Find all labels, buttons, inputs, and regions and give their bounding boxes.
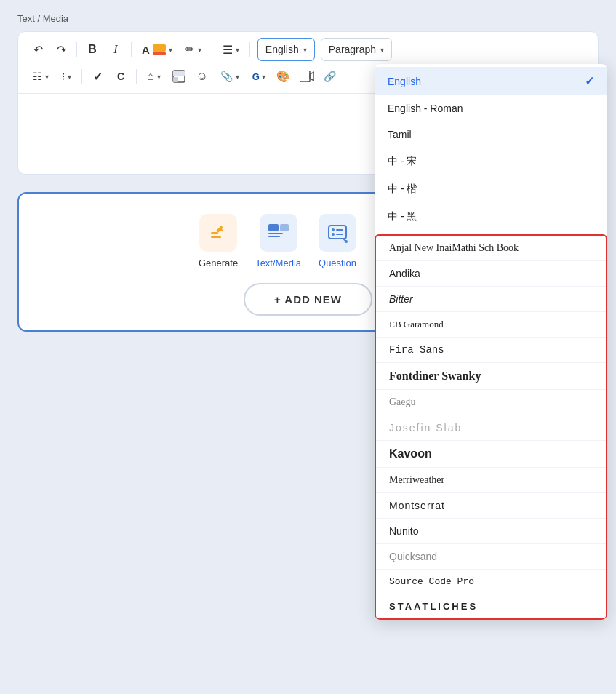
- font-source-code[interactable]: Source Code Pro: [376, 570, 606, 594]
- paragraph-chevron-icon: ▾: [380, 46, 384, 54]
- svg-rect-1: [153, 52, 166, 55]
- font-fira-sans[interactable]: Fira Sans: [376, 338, 606, 363]
- link-button[interactable]: 🔗: [319, 65, 341, 87]
- svg-point-15: [332, 228, 335, 231]
- font-quicksand[interactable]: Quicksand: [376, 544, 606, 570]
- question-icon: [327, 223, 348, 243]
- undo-icon: ↶: [33, 43, 43, 57]
- emoji-button[interactable]: ☺: [191, 65, 213, 87]
- bold-button[interactable]: B: [81, 39, 103, 60]
- font-nunito[interactable]: Nunito: [376, 519, 606, 544]
- action-text-media[interactable]: Text/Media: [255, 214, 301, 268]
- attachment-icon: 📎: [220, 71, 233, 82]
- attachment-chevron-icon: ▾: [236, 73, 239, 81]
- align-button[interactable]: ☰ ▾: [217, 39, 245, 60]
- svg-rect-13: [280, 224, 289, 231]
- lang-option-chinese-kai[interactable]: 中 - 楷: [375, 175, 607, 203]
- bold-icon: B: [88, 43, 97, 56]
- language-chevron-icon: ▾: [303, 46, 307, 54]
- svg-rect-5: [300, 71, 310, 82]
- clear-format-icon: C: [117, 71, 124, 82]
- svg-rect-8: [211, 232, 218, 234]
- checkmark-button[interactable]: ✓: [87, 65, 108, 87]
- clear-format-button[interactable]: C: [110, 65, 132, 87]
- highlight-button[interactable]: ✏ ▾: [180, 39, 207, 60]
- grammarly-icon: G: [252, 71, 259, 82]
- separator-5: [81, 69, 82, 84]
- font-anjal[interactable]: Anjal New InaiMathi Sch Book: [376, 236, 606, 261]
- video-icon: [300, 71, 314, 82]
- lang-option-english-roman[interactable]: English - Roman: [375, 95, 607, 121]
- font-bitter[interactable]: Bitter: [376, 287, 606, 312]
- undo-button[interactable]: ↶: [27, 39, 49, 60]
- generate-icon: [208, 223, 228, 243]
- language-select-button[interactable]: English ▾: [257, 38, 315, 61]
- grammarly-button[interactable]: G ▾: [247, 65, 271, 87]
- svg-rect-4: [173, 77, 178, 82]
- table-icon: ⌂: [147, 70, 154, 83]
- table-button[interactable]: ⌂ ▾: [141, 65, 167, 87]
- font-eb-garamond[interactable]: EB Garamond: [376, 312, 606, 338]
- add-new-button[interactable]: + ADD NEW: [244, 283, 372, 316]
- text-media-label: Text/Media: [255, 258, 301, 268]
- lang-chinese-song-label: 中 - 宋: [388, 155, 417, 168]
- svg-rect-7: [211, 236, 221, 238]
- lang-option-chinese-hei[interactable]: 中 - 黑: [375, 203, 607, 231]
- font-montserrat[interactable]: Montserrat: [376, 493, 606, 519]
- lang-english-label: English: [388, 76, 421, 87]
- redo-button[interactable]: ↷: [50, 39, 72, 60]
- emoji-icon: ☺: [196, 70, 208, 83]
- fonts-section: Anjal New InaiMathi Sch Book Andika Bitt…: [375, 234, 607, 620]
- editor-container: ↶ ↷ B I A ▾: [17, 31, 599, 175]
- lang-option-english[interactable]: English ✓: [375, 67, 607, 95]
- unordered-list-button[interactable]: ⁝ ▾: [56, 65, 77, 87]
- separator-3: [212, 42, 212, 57]
- font-josefin[interactable]: Josefin Slab: [376, 415, 606, 441]
- font-gaegu[interactable]: Gaegu: [376, 390, 606, 415]
- font-andika[interactable]: Andika: [376, 261, 606, 287]
- action-generate[interactable]: Generate: [199, 214, 238, 268]
- table-chevron-icon: ▾: [157, 73, 161, 81]
- text-media-icon: [267, 223, 290, 243]
- ol-chevron-icon: ▾: [45, 73, 49, 81]
- lang-option-tamil[interactable]: Tamil: [375, 121, 607, 148]
- svg-rect-14: [329, 226, 346, 239]
- lang-english-roman-label: English - Roman: [388, 103, 463, 114]
- generate-icon-circle: [199, 214, 237, 252]
- svg-point-19: [345, 240, 348, 243]
- font-merriweather[interactable]: Merriweather: [376, 468, 606, 493]
- font-fontdiner[interactable]: Fontdiner Swanky: [376, 363, 606, 390]
- lang-chinese-hei-label: 中 - 黑: [388, 210, 417, 223]
- svg-rect-17: [336, 229, 343, 231]
- italic-button[interactable]: I: [105, 39, 127, 60]
- svg-rect-11: [268, 233, 283, 234]
- font-kavoon[interactable]: Kavoon: [376, 441, 606, 468]
- text-media-icon-circle: [260, 214, 297, 252]
- palette-button[interactable]: 🎨: [273, 65, 295, 87]
- generate-label: Generate: [199, 258, 238, 268]
- underline-icon: A: [142, 44, 150, 56]
- svg-rect-12: [268, 236, 280, 237]
- paragraph-select-button[interactable]: Paragraph ▾: [321, 38, 392, 61]
- media-icon: [172, 70, 185, 83]
- align-chevron-icon: ▾: [236, 46, 239, 54]
- underline-chevron-icon: ▾: [169, 46, 172, 54]
- action-question[interactable]: Question: [319, 214, 356, 268]
- selected-checkmark-icon: ✓: [585, 74, 594, 88]
- svg-rect-0: [153, 44, 166, 52]
- lang-option-chinese-song[interactable]: 中 - 宋: [375, 148, 607, 175]
- highlight-chevron-icon: ▾: [198, 46, 201, 54]
- separator-6: [136, 69, 137, 84]
- attachment-button[interactable]: 📎 ▾: [215, 65, 245, 87]
- ordered-list-button[interactable]: ☷ ▾: [27, 65, 55, 87]
- breadcrumb: Text / Media: [0, 0, 616, 31]
- font-staatliches[interactable]: STAATLICHES: [376, 594, 606, 618]
- underline-button[interactable]: A ▾: [136, 39, 178, 60]
- media-button[interactable]: [168, 65, 190, 87]
- language-section: English ✓ English - Roman Tamil 中 - 宋 中 …: [375, 64, 607, 234]
- svg-rect-3: [173, 71, 185, 76]
- grammarly-chevron-icon: ▾: [262, 73, 265, 81]
- svg-rect-10: [268, 224, 279, 231]
- video-button[interactable]: [296, 65, 318, 87]
- svg-point-16: [332, 233, 335, 236]
